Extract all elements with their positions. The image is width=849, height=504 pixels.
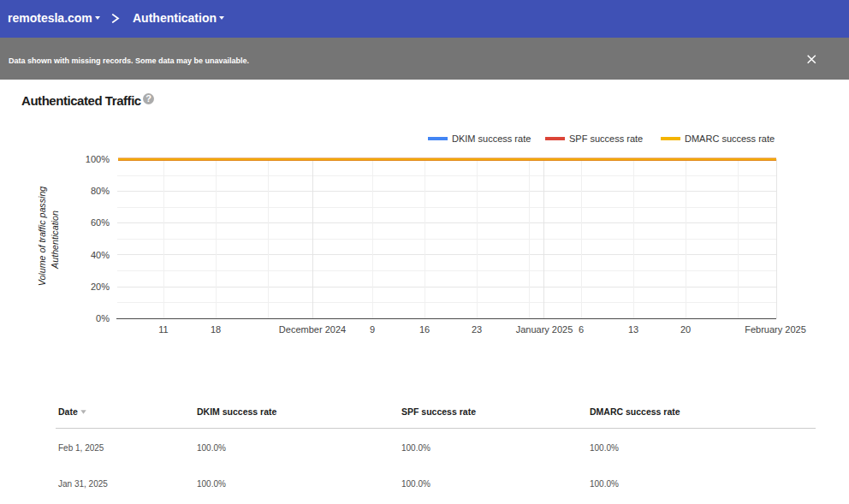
svg-text:9: 9 (370, 324, 375, 335)
svg-text:January 2025: January 2025 (516, 324, 573, 335)
svg-text:February 2025: February 2025 (745, 324, 806, 335)
svg-text:23: 23 (472, 324, 482, 335)
svg-text:80%: 80% (91, 186, 110, 196)
svg-text:40%: 40% (91, 250, 110, 260)
svg-text:60%: 60% (91, 217, 110, 228)
svg-text:Volume of traffic passing: Volume of traffic passing (37, 187, 47, 287)
svg-text:0%: 0% (96, 313, 110, 323)
svg-text:16: 16 (419, 324, 430, 335)
svg-text:100%: 100% (86, 154, 110, 164)
svg-text:Authentication: Authentication (50, 210, 60, 270)
svg-text:13: 13 (628, 324, 638, 335)
svg-text:11: 11 (158, 324, 168, 335)
svg-text:18: 18 (211, 324, 221, 335)
svg-text:20%: 20% (91, 282, 110, 292)
svg-text:6: 6 (579, 324, 584, 335)
svg-text:20: 20 (680, 324, 691, 335)
svg-text:December 2024: December 2024 (279, 324, 346, 335)
